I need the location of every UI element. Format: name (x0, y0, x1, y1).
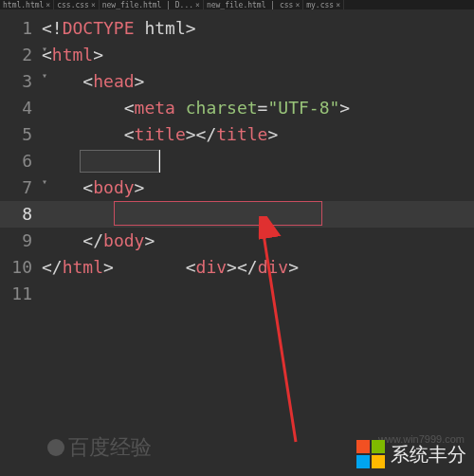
code-line-active[interactable]: <div></div> (42, 201, 474, 228)
code-line[interactable]: <body> (42, 174, 474, 201)
line-num: 7 (0, 174, 42, 201)
line-num: 1 (0, 15, 42, 42)
code-area[interactable]: <!DOCTYPE html> <html> <head> <meta char… (42, 9, 474, 455)
paw-icon (47, 439, 64, 456)
selection-highlight (80, 150, 159, 173)
text-cursor (159, 150, 160, 173)
line-num: 11 (0, 281, 42, 307)
tab-3[interactable]: new_file.html | css× (204, 0, 303, 9)
line-num: 4 (0, 95, 42, 121)
code-line[interactable]: <html> (42, 42, 474, 68)
close-icon[interactable]: × (336, 1, 340, 9)
line-num-active: 8 (0, 201, 42, 228)
code-line[interactable]: </head> (42, 148, 474, 174)
tab-0[interactable]: html.html× (0, 0, 54, 9)
code-line[interactable]: </body> (42, 228, 474, 254)
line-num: 9 (0, 228, 42, 254)
line-gutter: 1 2 3 4 5 6 7 8 9 10 11 (0, 9, 42, 455)
annotation-box (114, 201, 322, 226)
close-icon[interactable]: × (46, 1, 50, 9)
line-num: 2 (0, 42, 42, 68)
code-line[interactable]: <!DOCTYPE html> (42, 15, 474, 42)
code-line[interactable]: <head> (42, 68, 474, 95)
line-num: 3 (0, 68, 42, 95)
microsoft-logo-icon (356, 440, 385, 468)
close-icon[interactable]: × (91, 1, 96, 9)
code-editor[interactable]: 1 2 3 4 5 6 7 8 9 10 11 ▾ ▾ ▾ <!DOCTYPE … (0, 9, 474, 455)
close-icon[interactable]: × (195, 1, 200, 9)
line-num: 5 (0, 121, 42, 148)
tab-bar: html.html× css.css× new_file.html | D...… (0, 0, 474, 9)
close-icon[interactable]: × (295, 1, 300, 9)
code-line[interactable]: </html> (42, 254, 474, 281)
tab-2[interactable]: new_file.html | D...× (100, 0, 204, 9)
line-num: 6 (0, 148, 42, 174)
right-brand: 系统丰分 (356, 440, 466, 468)
code-line[interactable]: <meta charset="UTF-8"> (42, 95, 474, 121)
line-num: 10 (0, 254, 42, 281)
tab-4[interactable]: my.css× (303, 0, 344, 9)
tab-1[interactable]: css.css× (54, 0, 100, 9)
watermark-baidu: 百度经验 (47, 433, 152, 462)
code-line[interactable]: <title></title> (42, 121, 474, 148)
code-line[interactable] (42, 281, 474, 307)
